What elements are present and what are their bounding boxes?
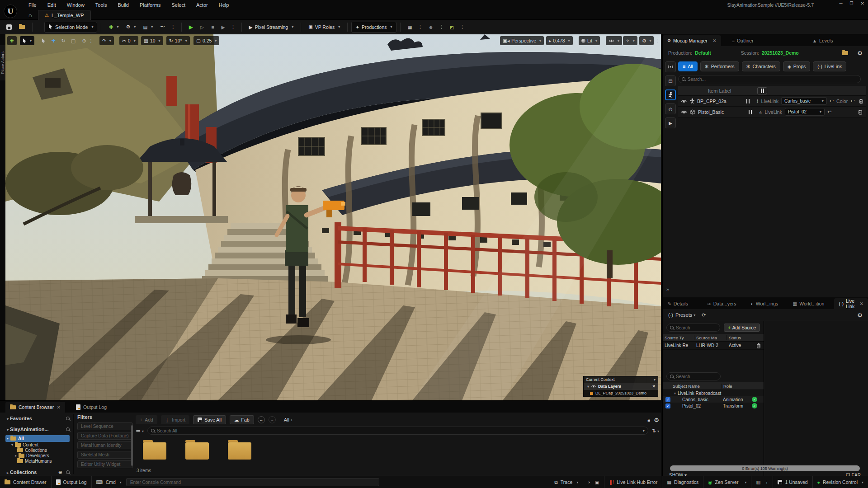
checkbox-checked[interactable]: ✓: [665, 397, 670, 402]
viewport-settings-dropdown[interactable]: ⚙▾: [639, 36, 654, 45]
menu-platforms[interactable]: Platforms: [135, 0, 165, 10]
filter-level-sequence[interactable]: Level Sequence: [77, 422, 133, 430]
place-actors-tab[interactable]: Place Actors: [0, 45, 5, 80]
select-tool-icon[interactable]: [39, 36, 48, 45]
zen-server-dropdown[interactable]: ◉ Zen Server▾: [703, 476, 751, 488]
col-source-type[interactable]: Source Ty: [663, 335, 694, 340]
derived-data-icon[interactable]: ▥ ⋮: [751, 476, 773, 488]
cb-search[interactable]: ▾: [147, 427, 648, 435]
close-icon[interactable]: ✕: [712, 38, 717, 43]
perspective-dropdown[interactable]: ▣◂Perspective▾: [500, 36, 544, 45]
viewport-cursor-dropdown[interactable]: ▾: [20, 36, 34, 45]
unsaved-button[interactable]: 1 Unsaved: [773, 476, 812, 488]
transform-options-icon[interactable]: ⋮: [89, 36, 93, 45]
pause-all-button[interactable]: [757, 87, 767, 94]
tab-details[interactable]: ✎Details: [663, 298, 693, 309]
close-icon[interactable]: ✕: [57, 404, 61, 410]
subject-search[interactable]: [666, 372, 721, 380]
sort-icon[interactable]: ⇅▾: [652, 428, 659, 434]
breadcrumb[interactable]: All ›: [284, 417, 292, 422]
col-subject-name[interactable]: Subject Name: [663, 384, 722, 389]
mocap-row-pistol-basic[interactable]: Pistol_Basic ⟑ LiveLink Pistol_02▾ ↩: [678, 107, 866, 117]
import-button[interactable]: ⭳Import: [161, 415, 189, 424]
filter-characters[interactable]: ✻Characters: [742, 61, 780, 71]
toolbar-overflow-icon[interactable]: ⋮: [169, 23, 178, 32]
world-space-icon[interactable]: ⊕: [80, 36, 89, 45]
tree-item-developers[interactable]: ▸Developers: [5, 453, 70, 458]
switchboard-button[interactable]: ◩: [446, 22, 458, 33]
presets-dropdown[interactable]: Presets: [675, 312, 692, 318]
session-browse-icon[interactable]: [842, 51, 848, 55]
cmd-dropdown[interactable]: ⌨ Cmd▾: [92, 476, 126, 488]
col-status[interactable]: Status: [727, 335, 764, 340]
filter-props[interactable]: ◈Props: [783, 61, 811, 71]
scale-snap-dropdown[interactable]: ▢0.25▾: [193, 36, 219, 45]
tab-output-log[interactable]: Output Log: [71, 402, 111, 413]
forward-icon[interactable]: →: [269, 416, 276, 423]
diagnostics-button[interactable]: ▦ Diagnostics: [662, 476, 703, 488]
reset-icon[interactable]: ⟳: [702, 312, 706, 318]
pause-icon[interactable]: [746, 99, 750, 103]
trash-icon[interactable]: [859, 99, 863, 104]
source-row[interactable]: LiveLink Re LHR-WD-2 Active: [663, 342, 764, 350]
add-actor-dropdown[interactable]: ✚▾: [105, 22, 122, 33]
mocap-row-bp-cpp-02a[interactable]: BP_CPP_02a ⟟ LiveLink Carlos_basic▾ ↩ Co…: [678, 96, 866, 107]
menu-actor[interactable]: Actor: [191, 0, 213, 10]
rotation-snap-dropdown[interactable]: ↻10°▾: [166, 36, 190, 45]
playback-button[interactable]: ▶: [665, 117, 676, 128]
productions-dropdown[interactable]: ✦ Productions▾: [351, 22, 396, 33]
subject-search-input[interactable]: [676, 374, 717, 379]
capture-button[interactable]: ▤: [665, 75, 676, 86]
mocap-search-input[interactable]: [688, 77, 857, 82]
close-icon[interactable]: ✕: [652, 384, 656, 389]
menu-help[interactable]: Help: [214, 0, 234, 10]
current-context-header[interactable]: Current Context ▾: [584, 376, 658, 383]
filter-performers[interactable]: ✻Performers: [700, 61, 739, 71]
scale-tool-icon[interactable]: ▢: [69, 36, 78, 45]
rotate-tool-icon[interactable]: ↻: [59, 36, 68, 45]
menu-edit[interactable]: Edit: [42, 0, 61, 10]
play-button[interactable]: ▶: [185, 22, 197, 33]
restore-button[interactable]: ❐: [850, 1, 854, 6]
gear-icon[interactable]: ⚙: [654, 417, 659, 423]
add-collection-icon[interactable]: ⊕: [58, 469, 62, 475]
viewport-options-icon[interactable]: ⋮: [656, 36, 659, 45]
snap-angle-dropdown[interactable]: ✂0▾: [119, 36, 138, 45]
selection-mode-dropdown[interactable]: Selection Mode▾: [44, 22, 97, 33]
livelink-signal-button[interactable]: [665, 61, 676, 72]
session-value[interactable]: 20251023_Demo: [762, 50, 799, 56]
gear-icon[interactable]: ⚙: [857, 312, 863, 319]
color-button[interactable]: Color: [836, 99, 848, 104]
lock-icon[interactable]: 🔒︎: [647, 417, 650, 423]
subject-group-row[interactable]: ▾ LiveLink Rebroadcast: [663, 390, 764, 396]
asset-folder[interactable]: [228, 442, 251, 460]
menu-window[interactable]: Window: [62, 0, 90, 10]
data-layer-item[interactable]: DL_PCap_20251023_Demo: [584, 390, 658, 396]
production-value[interactable]: Default: [695, 50, 711, 56]
viewport[interactable]: ✚ ▾ ✚ ↻ ▢ ⊕ ⋮ ↷▾ ✂0▾ ▦10▾ ↻10°▾ ▢0.25▾ ▣…: [5, 34, 661, 400]
col-role[interactable]: Role: [722, 384, 764, 389]
grid-snap-dropdown[interactable]: ▦10▾: [141, 36, 163, 45]
eye-icon[interactable]: [681, 110, 687, 114]
menu-tools[interactable]: Tools: [90, 0, 112, 10]
undo-icon[interactable]: ↩: [830, 98, 834, 104]
home-icon[interactable]: ⌂: [25, 11, 35, 19]
tab-world-settings[interactable]: ◐Worl...ings: [746, 298, 783, 309]
minimize-button[interactable]: ─: [839, 1, 842, 6]
item-label-column[interactable]: Item Label: [708, 88, 731, 94]
save-button[interactable]: [3, 22, 15, 33]
vp-roles-dropdown[interactable]: ▣ VP Roles▾: [305, 22, 344, 33]
tab-levels[interactable]: ▲ Levels: [808, 35, 838, 46]
favorites-section[interactable]: ▾ Favorites: [5, 414, 70, 422]
gear-icon[interactable]: ⚙: [857, 50, 863, 56]
console-input[interactable]: [126, 478, 379, 486]
live-link-hub-error-button[interactable]: ❚! Live Link Hub Error: [604, 476, 662, 488]
tab-content-browser[interactable]: Content Browser ✕: [5, 402, 65, 413]
effects-dropdown[interactable]: ✧▾: [623, 36, 637, 45]
performers-view-button[interactable]: [665, 89, 676, 100]
camera-speed-dropdown[interactable]: ▸0.478▾: [546, 36, 573, 45]
play-detached-button[interactable]: ▷: [197, 22, 208, 33]
subject-row-carlos[interactable]: ✓ Carlos_basic Animation ✓: [663, 396, 764, 403]
asset-folder[interactable]: [185, 442, 209, 460]
switchboard-options-icon[interactable]: ⋮: [458, 23, 467, 32]
